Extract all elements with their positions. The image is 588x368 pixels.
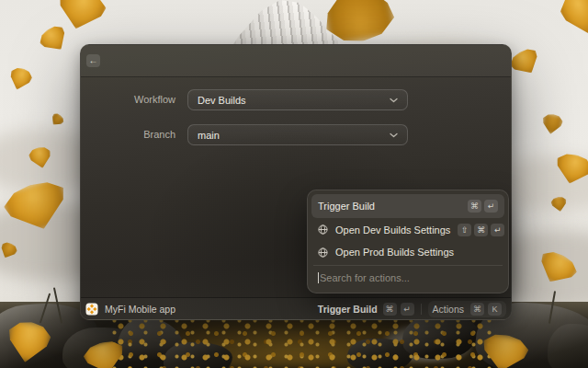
return-key-icon: ↵ [491,224,504,236]
action-item-trigger-build[interactable]: Trigger Build ⌘ ↵ [311,194,504,218]
globe-icon [318,224,328,235]
app-name: MyFi Mobile app [105,304,175,315]
action-search-row [311,266,504,289]
leaf-decoration [48,111,65,129]
leaf-decoration [556,0,588,40]
leaf-decoration [6,65,34,93]
branch-select[interactable]: main [187,124,408,145]
shift-key-icon: ⇧ [458,224,471,236]
chevron-down-icon [390,98,398,103]
back-button[interactable]: ← [86,54,100,67]
footer-trigger-build-button[interactable]: Trigger Build ⌘ ↵ [318,303,414,316]
chevron-down-icon [390,132,398,138]
workflow-value: Dev Builds [198,95,390,106]
command-key-icon: ⌘ [383,303,397,316]
command-key-icon: ⌘ [468,200,481,213]
wallpaper: ← Workflow Dev Builds Branch main Trigge… [0,0,588,368]
footer-bar: MyFi Mobile app Trigger Build ⌘ ↵ Action… [81,297,511,319]
footer-actions-label: Actions [433,304,464,315]
footer-actions-button[interactable]: Actions ⌘ K [428,301,506,317]
action-label: Open Dev Builds Settings [335,224,450,236]
workflow-label: Workflow [81,89,175,110]
command-key-icon: ⌘ [474,224,488,236]
leaf-decoration [507,45,545,81]
action-label: Trigger Build [318,201,460,212]
footer-divider [421,304,422,315]
popup-divider [313,265,503,266]
actions-popup: Trigger Build ⌘ ↵ Open Dev Builds Settin… [307,190,509,293]
app-window: ← Workflow Dev Builds Branch main Trigge… [80,44,512,320]
window-header: ← [81,45,511,77]
command-key-icon: ⌘ [470,303,484,316]
shortcut-keys: ⌘ ↵ [468,200,498,213]
footer-primary-label: Trigger Build [318,304,378,315]
branch-value: main [198,130,390,141]
action-item-open-dev-builds-settings[interactable]: Open Dev Builds Settings ⇧ ⌘ ↵ [311,218,504,241]
return-key-icon: ↵ [484,200,498,213]
myfi-app-icon [85,303,98,316]
branch-label: Branch [81,124,175,145]
leaf-decoration [540,112,563,135]
fallen-leaves-decoration [110,318,496,368]
workflow-select[interactable]: Dev Builds [187,89,408,110]
action-search-input[interactable] [320,272,498,283]
text-cursor [318,272,319,283]
action-item-open-prod-builds-settings[interactable]: Open Prod Builds Settings [311,241,504,264]
action-label: Open Prod Builds Settings [335,247,498,258]
return-key-icon: ↵ [401,303,414,316]
globe-icon [318,247,328,258]
shortcut-keys: ⇧ ⌘ ↵ [458,224,504,236]
leaf-decoration [36,22,72,58]
k-key-icon: K [488,303,502,316]
back-arrow-icon: ← [89,55,98,65]
app-identity: MyFi Mobile app [85,303,318,316]
